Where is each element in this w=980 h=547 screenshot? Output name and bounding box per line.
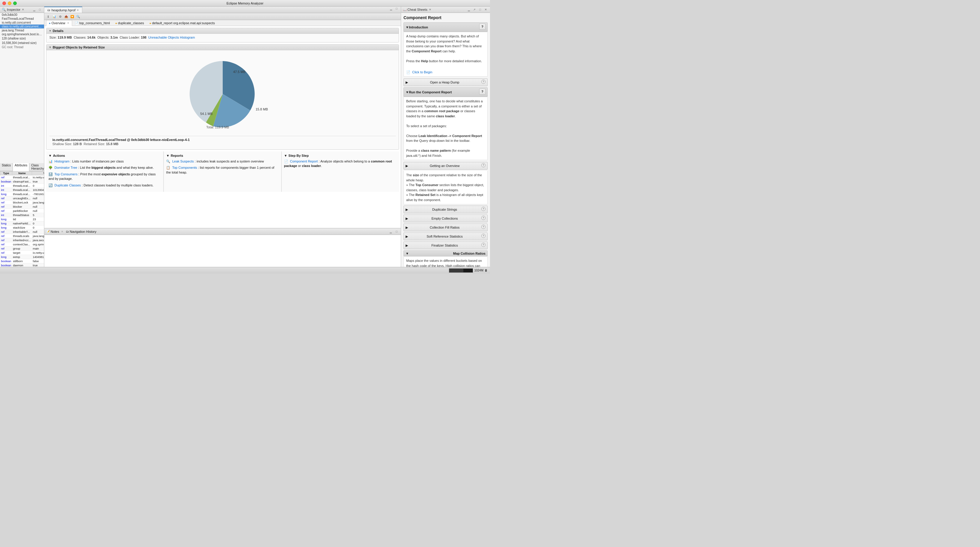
inspector-minimize-icon[interactable]: ▁ — [32, 8, 37, 12]
table-row[interactable]: longstackSize0 — [0, 226, 44, 230]
inspector-item-class1[interactable]: FastThreadLocalThread — [0, 17, 44, 21]
trash-icon[interactable]: 🗑 — [485, 269, 488, 272]
table-row[interactable]: intthreadLocal...1013904242 — [0, 188, 44, 192]
overview-tab-close[interactable]: ✕ — [67, 22, 70, 25]
intro-help-btn[interactable]: ? — [479, 24, 485, 30]
cheat-map-header[interactable]: ▼ Map Collision Ratios — [404, 250, 488, 256]
table-row[interactable]: longeetop140498185545728 — [0, 255, 44, 259]
notes-minimize-icon[interactable]: ▁ — [388, 229, 393, 234]
query-button[interactable]: 🔽 — [70, 14, 75, 19]
table-row[interactable]: longtid23 — [0, 217, 44, 221]
overview-cheat-section[interactable]: ▶ Getting an Overview ? — [404, 162, 488, 170]
table-row[interactable]: booleandaemontrue — [0, 263, 44, 267]
cheat-tab[interactable]: 📖 Cheat Sheets ✕ — [403, 8, 432, 11]
fill-ratios-help[interactable]: ? — [481, 225, 485, 229]
traffic-lights[interactable] — [2, 2, 17, 5]
inspector-item-addr[interactable]: 0xfc3dbb30 — [0, 13, 44, 17]
info-button[interactable]: ℹ — [46, 14, 51, 19]
heapdump-tab-close[interactable]: ✕ — [76, 9, 79, 12]
notes-maximize-icon[interactable]: □ — [394, 229, 399, 234]
open-heap-section[interactable]: ▶ Open a Heap Dump ? — [404, 78, 488, 86]
open-heap-help[interactable]: ? — [481, 80, 485, 84]
inspector-tab[interactable]: 🔍 Inspector ✕ — [2, 8, 25, 12]
cheat-intro-header[interactable]: ▼ Introduction ? — [404, 22, 488, 32]
inspector-item-pkg3[interactable]: org.springframework.boot.loader.Launched… — [0, 32, 44, 36]
dominator-link[interactable]: Dominator Tree — [54, 166, 77, 169]
table-row[interactable]: longthreadLocal...-7801602093300541964 — [0, 192, 44, 196]
statics-tab[interactable]: Statics — [0, 163, 13, 171]
table-row[interactable]: booleancleanupFast...true — [0, 180, 44, 184]
notes-content — [44, 235, 401, 267]
soft-ref-help[interactable]: ? — [481, 234, 485, 238]
table-row[interactable]: refthreadLocal...io.netty.util.internal.… — [0, 175, 44, 180]
table-row[interactable]: refinheritedAcc...java.security.AccessCo… — [0, 238, 44, 242]
dup-strings-section[interactable]: ▶ Duplicate Strings ? — [404, 205, 488, 213]
empty-col-help[interactable]: ? — [481, 216, 485, 220]
table-row[interactable]: refgroupmain — [0, 246, 44, 251]
unreachable-link[interactable]: Unreachable Objects Histogram — [148, 36, 195, 39]
maximize-button[interactable] — [13, 2, 17, 5]
minimize-button[interactable] — [8, 2, 11, 5]
inspector-maximize-icon[interactable]: □ — [37, 8, 42, 12]
cheat-minimize-icon[interactable]: ▁ — [466, 8, 471, 12]
cheat-run-header[interactable]: ▼ Run the Component Report ? — [404, 87, 488, 97]
inspector-item-pkg1[interactable]: io.netty.util.concurrent — [0, 21, 44, 25]
notes-close-icon[interactable]: ✕ — [61, 230, 64, 233]
details-header[interactable]: ▼ Details — [46, 28, 399, 34]
table-row[interactable]: intthreadLocal...0 — [0, 184, 44, 188]
inspector-item-pkg2[interactable]: class io.netty.util.concurrent.FastThrea… — [0, 25, 44, 29]
table-row[interactable]: refcontextClas...org.springframework.boo… — [0, 242, 44, 246]
finalizer-section[interactable]: ▶ Finalizer Statistics ? — [404, 242, 488, 249]
hierarchy-tab[interactable]: Class Hierarchy — [29, 163, 46, 171]
nav-history-tab[interactable]: 🗂 Navigation History — [66, 230, 96, 234]
editor-maximize-icon[interactable]: □ — [394, 6, 399, 11]
attributes-tab[interactable]: Attributes — [13, 163, 29, 171]
table-row[interactable]: refblockernull — [0, 205, 44, 209]
dup-classes-action-icon: 🔄 — [48, 183, 52, 187]
finalizer-help[interactable]: ? — [481, 243, 485, 247]
soft-ref-section[interactable]: ▶ Soft Reference Statistics ? — [404, 232, 488, 240]
inspector-close-icon[interactable]: ✕ — [21, 8, 25, 11]
overview-tab[interactable]: ● Overview ✕ — [46, 20, 72, 26]
cheat-close-btn[interactable]: ✕ — [484, 8, 488, 12]
histogram-link[interactable]: Histogram — [54, 159, 70, 163]
top-consumers-link[interactable]: Top Consumers — [54, 172, 78, 176]
table-row[interactable]: booleanstillbornfalse — [0, 259, 44, 263]
click-begin-link[interactable]: Click to Begin — [412, 70, 432, 75]
table-row[interactable]: longnativeParkE...0 — [0, 221, 44, 226]
component-report-link[interactable]: Component Report — [290, 159, 318, 163]
search-button[interactable]: 🔍 — [75, 14, 81, 19]
details-arrow: ▼ — [49, 29, 51, 32]
close-button[interactable] — [2, 2, 6, 5]
cheat-close-icon[interactable]: ✕ — [428, 8, 432, 11]
dup-classes-link[interactable]: Duplicate Classes — [54, 183, 81, 187]
table-row[interactable]: refparkBlockernull — [0, 209, 44, 213]
dup-classes-tab[interactable]: ● duplicate_classes — [113, 20, 147, 26]
table-row[interactable]: reftargetio.netty.util.concurrent.FastTh… — [0, 251, 44, 255]
table-row[interactable]: intthreadStatus5 — [0, 213, 44, 217]
table-row[interactable]: refblockerLockjava.lang.Object @ 0xfc3fa… — [0, 200, 44, 205]
top-components-link[interactable]: Top Components — [172, 166, 197, 169]
empty-collections-section[interactable]: ▶ Empty Collections ? — [404, 215, 488, 222]
editor-minimize-icon[interactable]: ▁ — [388, 6, 393, 11]
heapdump-tab[interactable]: 🗂 heapdump.hprof ✕ — [44, 6, 82, 13]
fill-ratios-section[interactable]: ▶ Collection Fill Ratios ? — [404, 224, 488, 231]
export-button[interactable]: 📤 — [64, 14, 69, 19]
notes-tab[interactable]: 📝 Notes ✕ — [46, 230, 64, 234]
table-row[interactable]: refthreadLocalsjava.lang.ThreadLocal$Thr… — [0, 234, 44, 238]
run-help-btn[interactable]: ? — [479, 89, 485, 95]
table-row[interactable]: refuncaughtEx...null — [0, 196, 44, 200]
inspector-item-thread[interactable]: java.lang.Thread — [0, 29, 44, 32]
leak-suspects-link[interactable]: Leak Suspects — [172, 159, 194, 163]
cheat-maximize-icon[interactable]: □ — [478, 8, 482, 12]
biggest-objects-header[interactable]: ▼ Biggest Objects by Retained Size — [46, 45, 399, 50]
table-row[interactable]: refinheritableT...null — [0, 230, 44, 234]
gear-button[interactable]: ⚙ — [57, 14, 63, 19]
default-report-tab[interactable]: ● default_report org.eclipse.mat.api:sus… — [147, 20, 218, 26]
dup-strings-help[interactable]: ? — [481, 207, 485, 211]
attr-value-cell: io.netty.util.concurrent.FastThreadL... — [32, 251, 44, 255]
top-consumers-tab[interactable]: 📄 top_consumers_html — [72, 20, 113, 26]
overview-cheat-help[interactable]: ? — [481, 163, 485, 167]
cheat-restore-icon[interactable]: ↗ — [472, 8, 477, 12]
chart-button[interactable]: 📊 — [51, 14, 57, 19]
